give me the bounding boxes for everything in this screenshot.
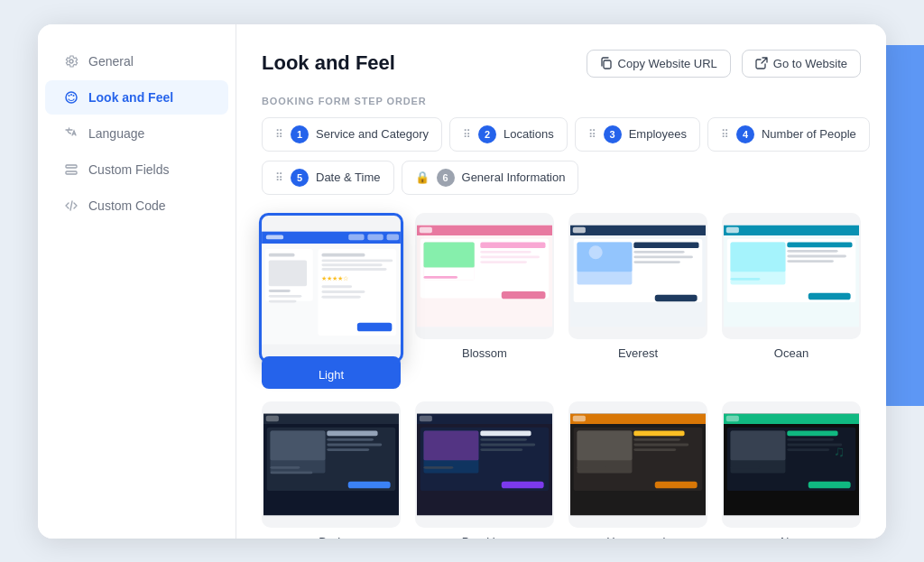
theme-card-blossom[interactable]: Blossom [415, 213, 554, 387]
step-chip-1[interactable]: ⠿ 1 Service and Category [262, 117, 442, 152]
step-num-5: 5 [291, 169, 309, 187]
step-label-3: Employees [629, 127, 687, 141]
svg-rect-11 [387, 234, 399, 240]
theme-card-light[interactable]: ★★★★☆ Light [262, 213, 401, 387]
theme-preview-honeycomb [568, 401, 707, 528]
svg-rect-68 [266, 415, 279, 421]
lock-icon-6: 🔒 [415, 170, 430, 184]
go-to-website-button[interactable]: Go to Website [742, 50, 861, 78]
step-label-6: General Information [462, 170, 566, 184]
svg-rect-87 [480, 443, 535, 446]
theme-label-container-everest: Everest [568, 346, 707, 360]
svg-text:★★★★☆: ★★★★☆ [321, 274, 348, 281]
copy-url-button[interactable]: Copy Website URL [587, 50, 731, 78]
theme-card-everest[interactable]: Everest [568, 213, 707, 387]
step-num-4: 4 [736, 125, 754, 143]
svg-rect-98 [633, 438, 680, 440]
svg-rect-34 [424, 242, 475, 267]
theme-card-honeycomb[interactable]: Honeycomb [568, 401, 707, 539]
sidebar-item-custom-fields[interactable]: Custom Fields [45, 152, 228, 187]
svg-rect-20 [321, 253, 365, 256]
theme-label-container-blossom: Blossom [415, 346, 554, 360]
sidebar: General Look and Feel Langu [38, 24, 236, 539]
code-icon [63, 198, 79, 214]
copy-icon [600, 57, 613, 69]
theme-card-neo[interactable]: ♫ Neo [722, 401, 861, 539]
svg-rect-55 [724, 225, 859, 235]
page-header: Look and Feel Copy Website URL Go to Web… [262, 50, 861, 78]
theme-label-honeycomb: Honeycomb [568, 535, 707, 539]
svg-rect-101 [655, 481, 698, 488]
main-content: Look and Feel Copy Website URL Go to Web… [236, 24, 886, 539]
theme-label-brooklyn: Brooklyn [415, 535, 554, 539]
sidebar-item-general[interactable]: General [45, 44, 228, 78]
sidebar-item-custom-fields-label: Custom Fields [88, 162, 169, 177]
svg-rect-40 [502, 290, 546, 298]
step-chip-3[interactable]: ⠿ 3 Employees [575, 117, 700, 152]
step-order-grid-row2: ⠿ 5 Date & Time 🔒 6 General Information [262, 161, 861, 195]
svg-rect-100 [633, 448, 676, 451]
svg-rect-86 [480, 438, 527, 440]
step-chip-5[interactable]: ⠿ 5 Date & Time [262, 161, 394, 195]
svg-rect-63 [787, 260, 834, 263]
svg-rect-89 [502, 481, 544, 488]
svg-rect-37 [480, 250, 531, 253]
step-chip-4[interactable]: ⠿ 4 Number of People [707, 117, 870, 152]
step-label-4: Number of People [762, 127, 856, 141]
svg-rect-65 [731, 277, 761, 280]
drag-icon-5: ⠿ [275, 171, 283, 184]
svg-rect-51 [633, 255, 693, 258]
theme-preview-blossom [415, 213, 554, 339]
step-chip-6: 🔒 6 General Information [402, 161, 579, 195]
svg-rect-92 [570, 413, 706, 423]
svg-rect-6 [604, 60, 611, 69]
svg-rect-15 [269, 260, 307, 286]
svg-rect-59 [731, 242, 786, 272]
svg-rect-99 [633, 443, 688, 446]
svg-rect-49 [633, 242, 698, 248]
svg-rect-85 [480, 430, 531, 436]
sidebar-item-custom-code[interactable]: Custom Code [45, 189, 228, 223]
language-icon [63, 125, 79, 142]
svg-rect-53 [655, 294, 698, 301]
svg-point-2 [70, 94, 72, 96]
theme-label-container-honeycomb: Honeycomb [568, 535, 707, 539]
sidebar-item-look-and-feel[interactable]: Look and Feel [45, 80, 228, 115]
palette-icon [63, 89, 79, 106]
theme-card-ocean[interactable]: Ocean [722, 213, 861, 387]
theme-label-dark: Dark [262, 535, 401, 539]
svg-rect-104 [724, 413, 859, 423]
step-chip-2[interactable]: ⠿ 2 Locations [449, 117, 568, 152]
theme-label-everest: Everest [568, 346, 707, 360]
svg-rect-77 [271, 465, 300, 468]
theme-card-brooklyn[interactable]: Brooklyn [415, 401, 554, 539]
svg-rect-10 [367, 234, 383, 240]
step-num-2: 2 [478, 125, 496, 143]
svg-rect-109 [787, 430, 837, 436]
svg-rect-44 [573, 226, 586, 233]
theme-preview-light: ★★★★☆ [259, 213, 403, 363]
sidebar-item-language[interactable]: Language [45, 116, 228, 151]
theme-label-container-ocean: Ocean [722, 346, 861, 360]
step-label-1: Service and Category [316, 127, 429, 141]
svg-rect-113 [808, 481, 851, 488]
sidebar-item-custom-code-label: Custom Code [88, 198, 166, 213]
svg-rect-64 [808, 292, 851, 299]
theme-card-dark[interactable]: Dark [262, 401, 401, 539]
svg-rect-73 [327, 438, 374, 440]
themes-grid: ★★★★☆ Light [262, 213, 861, 539]
step-num-3: 3 [604, 125, 622, 143]
svg-rect-25 [357, 322, 392, 331]
theme-preview-dark [262, 401, 401, 528]
svg-rect-61 [787, 249, 837, 252]
svg-rect-31 [420, 226, 432, 233]
svg-rect-47 [578, 242, 633, 272]
svg-rect-56 [726, 226, 739, 233]
step-order-grid-row1: ⠿ 1 Service and Category ⠿ 2 Locations ⠿… [262, 117, 861, 152]
svg-rect-81 [420, 415, 432, 421]
svg-rect-105 [726, 415, 739, 421]
fields-icon [63, 161, 79, 178]
section-label-booking: BOOKING FORM STEP ORDER [262, 96, 861, 106]
svg-rect-108 [731, 430, 786, 460]
drag-icon-1: ⠿ [275, 128, 283, 141]
